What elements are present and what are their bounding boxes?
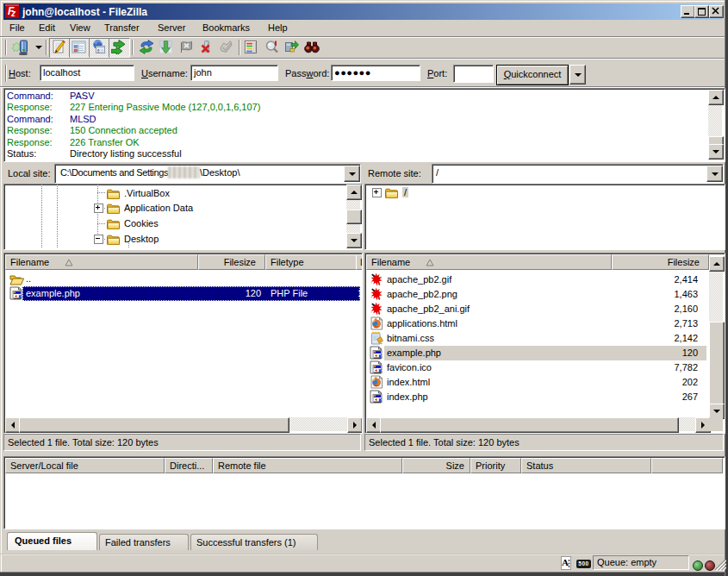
svg-text:A: A: [562, 557, 569, 567]
svg-text:z: z: [10, 9, 16, 18]
